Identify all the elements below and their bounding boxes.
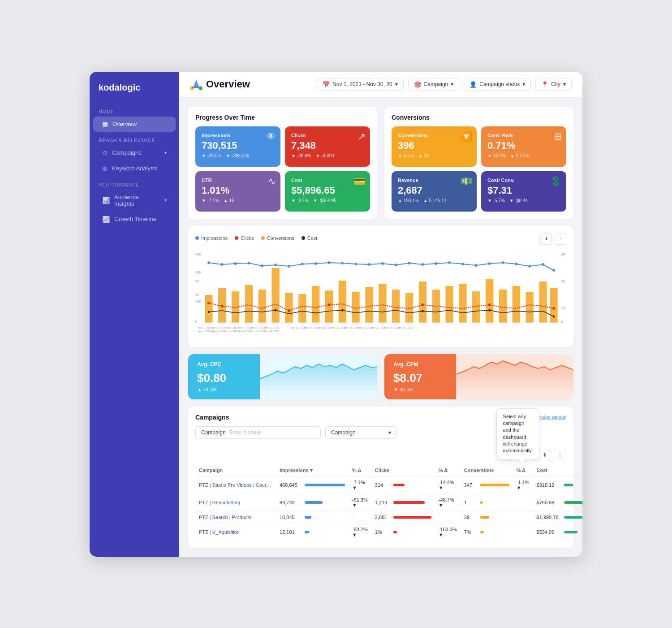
table-row[interactable]: PTZ | Search | Products 18,045 - 2,881 2… xyxy=(195,511,582,523)
svg-point-76 xyxy=(207,311,210,313)
city-icon: 📍 xyxy=(541,81,548,88)
svg-rect-20 xyxy=(271,268,279,323)
table-row[interactable]: PTZ | Studio Pro Videos / Courtroom Test… xyxy=(195,476,582,494)
legend-dot-cost xyxy=(302,236,305,240)
svg-point-44 xyxy=(234,262,237,265)
legend-conversions: Conversions xyxy=(261,235,294,241)
campaign-select-arrow: ▾ xyxy=(388,429,391,436)
svg-rect-40 xyxy=(539,282,547,323)
header: Overview 📅 Nov 1, 2023 - Nov 30, 20 ▾ 🎯 … xyxy=(179,72,582,98)
svg-point-63 xyxy=(488,262,491,265)
sidebar-item-campaigns[interactable]: ⊙ Campaigns ▾ xyxy=(93,145,176,160)
campaign-tooltip: Select any campaign and the dashboard wi… xyxy=(496,408,539,459)
cell-pct-imp: -51.3% ▼ xyxy=(349,494,371,511)
cell-conversions: 347 xyxy=(461,476,513,494)
legend-impressions: Impressions xyxy=(195,235,228,241)
cell-pct-imp: - xyxy=(349,511,371,523)
impressions-label: Impressions xyxy=(202,133,274,138)
chart-legend: Impressions Clicks Conversions Cost xyxy=(195,235,317,241)
col-pct-imp: % Δ xyxy=(349,465,371,476)
sidebar-item-keyword-analysis[interactable]: ⊕ Keyword Analysis xyxy=(93,161,176,176)
svg-rect-24 xyxy=(325,290,333,323)
campaign-select-label: Campaign xyxy=(331,429,356,436)
conv-change2: ▲ 16 xyxy=(418,153,429,158)
svg-point-69 xyxy=(207,302,210,304)
legend-cost: Cost xyxy=(302,235,318,241)
svg-point-71 xyxy=(288,309,290,312)
svg-point-66 xyxy=(528,265,531,268)
table-row[interactable]: PTZ | V_Aquisition 12,101 -93.7% ▼ 1% -1… xyxy=(195,523,582,541)
table-export-btn[interactable]: ⬇ xyxy=(538,449,551,461)
status-filter[interactable]: 👤 Campaign status ▾ xyxy=(464,78,531,91)
conversions-card: Conversions 🔽 Conversions 396 ▲ 4.2% ▲ 1… xyxy=(384,107,573,219)
svg-point-73 xyxy=(422,303,424,306)
campaigns-tbody: PTZ | Studio Pro Videos / Courtroom Test… xyxy=(195,476,582,541)
cell-conversions: 29 xyxy=(461,511,513,523)
main-chart: 50K 10K 5K 1K 500 0 30 20 10 0 xyxy=(195,250,566,340)
campaigns-title: Campaigns xyxy=(195,414,229,421)
sidebar-section-reach: Reach & Relevance xyxy=(90,132,179,145)
svg-point-53 xyxy=(354,263,357,265)
sidebar-item-growth-timeline[interactable]: 📈 Growth Timeline xyxy=(93,212,176,227)
col-pct-clicks: % Δ xyxy=(435,465,461,476)
avg-cpm-change: ▼ 40.5% xyxy=(393,387,447,392)
calendar-icon: 📅 xyxy=(323,81,330,88)
svg-text:10: 10 xyxy=(561,306,565,310)
sidebar-item-overview[interactable]: ▦ Overview xyxy=(93,117,176,132)
cell-cost: $310.12 xyxy=(533,476,582,494)
cell-pct-clicks: -163.3% ▼ xyxy=(435,523,461,541)
col-campaign: Campaign xyxy=(195,465,276,476)
svg-point-58 xyxy=(422,263,424,266)
campaign-filter[interactable]: 🎯 Campaign ▾ xyxy=(408,78,460,91)
svg-text:1K: 1K xyxy=(195,292,200,296)
sidebar-overview-label: Overview xyxy=(112,121,137,127)
svg-text:5K: 5K xyxy=(195,279,200,283)
city-filter[interactable]: 📍 City ▾ xyxy=(535,78,572,91)
svg-rect-31 xyxy=(419,282,426,323)
campaign-select[interactable]: Campaign ▾ xyxy=(325,426,397,439)
clicks-changes: ▼ -39.6% ▼ -4,820 xyxy=(291,153,364,158)
date-filter[interactable]: 📅 Nov 1, 2023 - Nov 30, 20 ▾ xyxy=(317,78,403,91)
chart-more-btn[interactable]: ⋮ xyxy=(555,233,566,245)
avg-cpc-chart xyxy=(260,354,377,399)
main-chart-section: Impressions Clicks Conversions Cost xyxy=(188,226,573,347)
svg-point-67 xyxy=(542,263,544,266)
cell-cost: $1,990.78 xyxy=(533,511,582,523)
svg-rect-15 xyxy=(205,295,212,323)
svg-point-62 xyxy=(475,264,478,267)
city-filter-arrow: ▾ xyxy=(563,81,566,87)
cell-pct-clicks: -46.7% ▼ xyxy=(435,494,461,511)
svg-point-77 xyxy=(275,309,277,311)
avg-cpm-label: Avg. CPM xyxy=(393,361,447,368)
svg-point-50 xyxy=(314,262,317,265)
cell-pct-imp: -93.7% ▼ xyxy=(349,523,371,541)
ctr-value: 1.01% xyxy=(202,185,274,196)
table-more-btn[interactable]: ⋮ xyxy=(554,449,566,461)
svg-point-72 xyxy=(328,303,331,306)
campaign-search-input[interactable]: Campaign Enter a value xyxy=(195,426,321,439)
main-area: Overview 📅 Nov 1, 2023 - Nov 30, 20 ▾ 🎯 … xyxy=(179,72,582,557)
svg-point-74 xyxy=(488,303,491,306)
sidebar-item-audience-insights[interactable]: 📊 Audience Insights ▾ xyxy=(93,190,176,211)
cell-campaign-name: PTZ | V_Aquisition xyxy=(195,523,276,541)
legend-impressions-label: Impressions xyxy=(201,235,228,241)
svg-rect-25 xyxy=(339,281,346,323)
legend-clicks-label: Clicks xyxy=(241,235,254,241)
campaign-filter-label: Campaign xyxy=(424,81,448,87)
cell-impressions: 12,101 xyxy=(276,523,349,541)
svg-point-61 xyxy=(461,263,464,265)
clicks-card: ↗ Clicks 7,348 ▼ -39.6% ▼ -4,820 xyxy=(285,126,370,167)
cost-per-conv-label: Cost/ Conv. xyxy=(487,178,560,183)
cell-clicks: 1% xyxy=(371,523,435,541)
chart-download-btn[interactable]: ⬇ xyxy=(540,233,552,245)
svg-text:10K: 10K xyxy=(195,270,202,274)
table-row[interactable]: PTZ | Remarketing 89,748 -51.3% ▼ 1,219 … xyxy=(195,494,582,511)
audience-icon: 📊 xyxy=(102,197,110,204)
svg-rect-28 xyxy=(379,284,386,323)
svg-point-79 xyxy=(422,310,424,312)
avg-cpm-card: Avg. CPM $8.07 ▼ 40.5% xyxy=(384,354,573,399)
cost-per-conv-card: 💲 Cost/ Conv. $7.31 ▼ -5.7% ▼ -$0.44 xyxy=(481,171,566,212)
progress-metrics-grid: 👁 Impressions 730,515 ▼ -35.0% ▼ -393,05… xyxy=(195,126,370,212)
campaign-input-placeholder: Enter a value xyxy=(229,429,261,436)
impressions-change1: ▼ -35.0% xyxy=(202,153,221,158)
